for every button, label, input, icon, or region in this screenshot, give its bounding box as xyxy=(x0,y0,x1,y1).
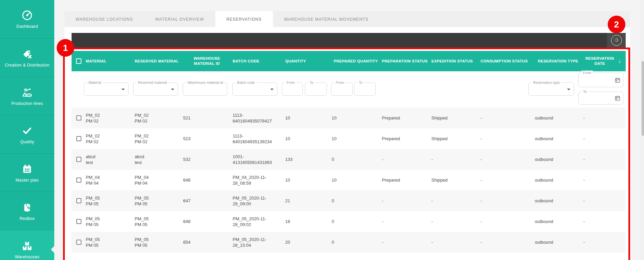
page-scrollbar[interactable] xyxy=(641,0,644,260)
column-header[interactable]: RESERVATION DATE xyxy=(583,56,618,66)
column-header[interactable]: QUANTITY xyxy=(285,59,332,64)
sort-arrow-icon[interactable]: ↓ xyxy=(618,58,626,64)
filter-batch-code[interactable]: Batch code xyxy=(232,82,277,96)
quantity-to-input[interactable] xyxy=(305,83,327,95)
tab-warehouse-material-movements[interactable]: WAREHOUSE MATERIAL MOVEMENTS xyxy=(273,11,380,27)
filter-label: From xyxy=(582,71,593,75)
table-cell: - xyxy=(481,177,535,183)
table-cell: 1113-6401604935078427 xyxy=(233,112,285,124)
table-cell: PM_02PM 02 xyxy=(135,133,183,145)
row-checkbox[interactable] xyxy=(76,157,81,162)
table-cell: outbound xyxy=(535,177,583,183)
table-row[interactable]: PM_04PM 04PM_04PM 04646PM_04_2020-11-28_… xyxy=(72,170,626,190)
sidebar-item-creation-distribution[interactable]: Creation & Distribution xyxy=(0,38,54,77)
chevron-down-icon xyxy=(567,89,570,90)
table-cell: - xyxy=(481,198,535,204)
tab-material-overview[interactable]: MATERIAL OVERVIEW xyxy=(144,11,215,27)
table-cell: 10 xyxy=(332,177,382,183)
table-cell: PM_05_2020-11-28_09:00 xyxy=(233,195,285,207)
column-header[interactable]: WAREHOUSE MATERIAL ID xyxy=(183,56,233,66)
table-cell: 10 xyxy=(332,136,382,142)
table-row[interactable]: Aditivum 1Aditivum 1666Aditivum 1_2020-1… xyxy=(72,253,626,260)
table-cell: - xyxy=(481,156,535,162)
calendar-icon[interactable] xyxy=(615,77,620,83)
filter-date-from[interactable]: From xyxy=(578,73,623,87)
filter-material[interactable]: Material xyxy=(84,82,129,96)
table-cell: 0 xyxy=(332,156,382,162)
table-cell: 0 xyxy=(332,219,382,224)
table-cell: 0 xyxy=(332,198,382,204)
filter-quantity-to[interactable]: To xyxy=(305,82,327,96)
sidebar-item-redbox[interactable]: Redbox xyxy=(0,192,54,230)
table-cell: 0 xyxy=(332,239,382,245)
sidebar-item-production-lines[interactable]: Production lines xyxy=(0,77,54,115)
table-cell: 1001-4131605081431893 xyxy=(233,154,285,165)
table-row[interactable]: PM_02PM 02PM_02PM 025211113-640160493507… xyxy=(72,108,626,128)
table-cell: 10 xyxy=(285,136,332,142)
sidebar-item-label: Master plan xyxy=(16,178,39,183)
table-cell: - xyxy=(583,198,618,204)
filter-label: To xyxy=(582,90,588,94)
table-cell: Prepared xyxy=(382,136,431,142)
column-header[interactable]: EXPEDITION STATUS xyxy=(431,59,481,64)
gear-icon: ⚙ xyxy=(611,35,622,46)
quantity-from-input[interactable] xyxy=(282,83,303,95)
row-checkbox[interactable] xyxy=(76,219,81,224)
annotation-badge-2: 2 xyxy=(608,16,625,33)
table-row[interactable]: abcdtestabcdtest5321001-4131605081431893… xyxy=(72,149,626,170)
scrollbar-thumb[interactable] xyxy=(642,61,644,136)
column-header[interactable]: PREPARATION STATUS xyxy=(382,59,431,64)
column-header[interactable]: CONSUMPTION STATUS xyxy=(481,59,535,64)
calendar-icon[interactable] xyxy=(615,95,620,101)
filter-quantity-from[interactable]: From xyxy=(282,82,303,96)
row-checkbox[interactable] xyxy=(76,240,81,245)
sidebar-item-dashboard[interactable]: Dashboard xyxy=(0,0,54,38)
sidebar-item-master-plan[interactable]: Master plan xyxy=(0,153,54,192)
row-checkbox[interactable] xyxy=(76,115,81,120)
warehouses-icon xyxy=(21,240,33,252)
filter-label: Batch code xyxy=(236,80,256,85)
table-cell: PM_05_2020-11-28_15:04 xyxy=(233,237,285,248)
prepared-to-input[interactable] xyxy=(354,83,375,95)
table-cell: PM_04_2020-11-28_08:59 xyxy=(233,174,285,186)
table-cell: 20 xyxy=(285,239,332,245)
filter-reserved-material[interactable]: Reserved material xyxy=(133,82,178,96)
column-header[interactable]: RESERVED MATERIAL xyxy=(135,59,183,64)
table-cell: PM_04PM 04 xyxy=(135,174,183,186)
table-row[interactable]: PM_02PM 02PM_02PM 025231113-640160493513… xyxy=(72,128,626,149)
tab-warehouse-locations[interactable]: WAREHOUSE LOCATIONS xyxy=(64,11,144,27)
production-lines-icon xyxy=(21,87,33,98)
table-cell: PM_05PM 05 xyxy=(86,195,135,207)
table-cell: 21 xyxy=(285,198,332,204)
sidebar: Dashboard Creation & Distribution Produc… xyxy=(0,0,54,260)
select-all-checkbox[interactable] xyxy=(76,58,81,64)
filter-bar: Material Reserved material Warehouse mat… xyxy=(72,71,626,108)
row-checkbox[interactable] xyxy=(76,198,81,203)
table-cell: PM_05PM 05 xyxy=(86,216,135,227)
column-header[interactable]: BATCH CODE xyxy=(233,59,285,64)
row-checkbox[interactable] xyxy=(76,136,81,141)
filter-prepared-to[interactable]: To xyxy=(354,82,376,96)
table-row[interactable]: PM_05PM 05PM_05PM 05647PM_05_2020-11-28_… xyxy=(72,190,626,211)
column-header[interactable]: RESERVATION TYPE xyxy=(535,59,583,64)
column-header[interactable]: PREPARED QUANTITY xyxy=(332,59,382,64)
annotation-badge-1: 1 xyxy=(57,39,74,57)
filter-prepared-from[interactable]: From xyxy=(331,82,353,96)
sidebar-item-warehouses[interactable]: Warehouses xyxy=(0,230,54,260)
filter-label: Reserved material xyxy=(137,80,168,85)
column-header[interactable]: MATERIAL xyxy=(86,59,135,64)
table-row[interactable]: PM_05PM 05PM_05PM 05648PM_05_2020-11-28_… xyxy=(72,211,626,232)
warehouse-material-id-input[interactable] xyxy=(183,83,227,95)
sidebar-item-quality[interactable]: Quality xyxy=(0,115,54,153)
table-row[interactable]: PM_05PM 05PM_05PM 05654PM_05_2020-11-28_… xyxy=(72,232,626,253)
filter-reservation-type[interactable]: Reservation type xyxy=(528,82,574,96)
filter-warehouse-material-id[interactable]: Warehouse material id xyxy=(183,82,227,96)
table-cell: - xyxy=(481,136,535,142)
table-cell: - xyxy=(431,219,481,224)
row-checkbox[interactable] xyxy=(76,178,81,183)
settings-button[interactable]: ⚙ xyxy=(607,33,626,48)
sidebar-item-label: Production lines xyxy=(11,101,43,106)
filter-date-to[interactable]: To xyxy=(578,92,623,105)
prepared-from-input[interactable] xyxy=(331,83,352,95)
tab-reservations[interactable]: RESERVATIONS xyxy=(215,11,273,27)
